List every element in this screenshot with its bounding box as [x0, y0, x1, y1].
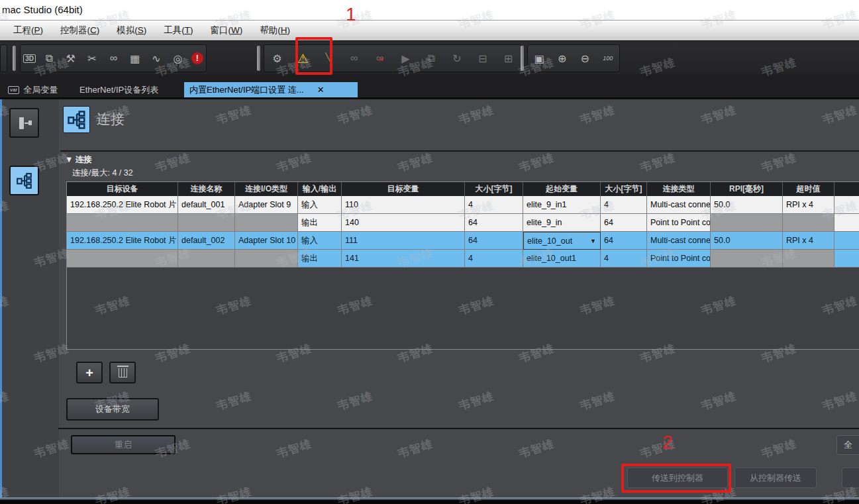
cell-io-type[interactable]: Adapter Slot 10 [235, 232, 298, 250]
delete-connection-button[interactable] [109, 362, 136, 383]
error-list-icon[interactable]: ! [191, 52, 203, 64]
cell-rpi[interactable]: 50.0 [711, 232, 783, 250]
zoom-in-icon[interactable]: ⊕ [554, 52, 570, 65]
toolbar-drag-handle[interactable] [13, 46, 16, 71]
restart-button[interactable]: 重启 [71, 435, 176, 454]
cell-rpi[interactable]: 50.0 [711, 196, 783, 214]
col-connection-name: 连接名称 [178, 182, 235, 196]
section-header[interactable]: ▼ 连接 [65, 154, 92, 166]
cell-rpi[interactable] [711, 250, 783, 268]
cell-io-type[interactable] [235, 250, 298, 268]
tab-global-variables[interactable]: var 全局变量 [3, 82, 63, 97]
cell-origin-variable[interactable]: elite_9_in [523, 214, 601, 232]
tab-builtin-ethernet-ip-port-settings[interactable]: 内置EtherNet/IP端口设置 连... ✕ [184, 82, 358, 97]
search-icon[interactable]: ◎ [170, 52, 185, 65]
cell-target-device[interactable]: 192.168.250.2 Elite Robot 片 [67, 196, 178, 214]
zoom-out-icon[interactable]: ⊖ [577, 52, 593, 65]
col-target-device: 目标设备 [67, 182, 178, 196]
cell-extra[interactable] [834, 196, 859, 214]
cell-target-device[interactable] [67, 250, 178, 268]
menu-controller[interactable]: 控制器(C) [60, 25, 99, 36]
menu-window[interactable]: 窗口(W) [211, 25, 243, 36]
cell-size1[interactable]: 64 [465, 232, 523, 250]
cell-size2[interactable]: 4 [601, 250, 647, 268]
transfer-from-controller-button[interactable]: 从控制器传送 [734, 468, 817, 488]
var-icon: var [8, 86, 19, 94]
cell-size2[interactable]: 4 [601, 196, 647, 214]
toolbar-drag-handle[interactable] [521, 46, 524, 71]
build-icon[interactable]: ⚒ [63, 52, 79, 65]
cell-timeout[interactable] [783, 250, 834, 268]
watch-table-icon[interactable]: ▦ [127, 52, 143, 65]
sidebar-item-connections[interactable] [9, 166, 39, 195]
origin-variable-dropdown[interactable]: elite_10_out ▼ [523, 232, 601, 250]
transfer-download-icon[interactable]: ⊟ [475, 52, 491, 65]
cell-connection-type[interactable]: Multi-cast connection [647, 196, 711, 214]
toolbar-drag-handle[interactable] [257, 46, 260, 71]
cell-connection-name[interactable] [178, 250, 235, 268]
transfer-upload-icon[interactable]: ⊞ [501, 52, 517, 65]
chevron-down-icon[interactable]: ▼ [590, 232, 596, 250]
connection-counter: 连接/最大: 4 / 32 [72, 168, 133, 179]
cell-target-variable[interactable]: 110 [342, 196, 465, 214]
cell-connection-type[interactable]: Point to Point connection [647, 214, 711, 232]
all-button-partial[interactable]: 全 [836, 435, 859, 455]
menu-project[interactable]: 工程(P) [13, 25, 43, 36]
cell-timeout[interactable] [783, 214, 834, 232]
edit-cut-icon[interactable]: ✂ [84, 52, 100, 65]
cell-connection-name[interactable]: default_002 [178, 232, 235, 250]
cell-connection-name[interactable]: default_001 [178, 196, 235, 214]
sidebar-item-tcpip[interactable] [9, 108, 39, 138]
cell-connection-type[interactable]: Multi-cast connection [647, 232, 711, 250]
view-3d-icon[interactable]: 3D [23, 54, 36, 63]
waveform-watch-icon[interactable]: ∿ [148, 52, 164, 65]
zoom-fit-icon[interactable]: ▣ [531, 52, 547, 65]
monitor-glasses-icon[interactable]: ∞ [346, 52, 362, 64]
cell-timeout[interactable]: RPI x 4 [783, 196, 834, 214]
cell-size1[interactable]: 4 [465, 250, 523, 268]
cell-size1[interactable]: 4 [465, 196, 523, 214]
cell-target-variable[interactable]: 141 [342, 250, 465, 268]
cell-extra[interactable] [834, 232, 859, 250]
cell-io-type[interactable] [235, 214, 298, 232]
cell-io-type[interactable]: Adapter Slot 9 [235, 196, 298, 214]
divider [58, 428, 859, 429]
menu-simulation[interactable]: 模拟(S) [117, 25, 146, 36]
synchronize-icon[interactable]: ↻ [449, 52, 465, 65]
cell-extra[interactable] [834, 214, 859, 232]
cell-size2[interactable]: 64 [601, 214, 647, 232]
col-rpi: RPI[毫秒] [711, 182, 783, 196]
cell-origin-variable[interactable]: elite_10_out1 [523, 250, 601, 268]
watch-window-icon[interactable]: ∞ [105, 52, 121, 64]
stop-monitor-icon[interactable]: ∞✕ [372, 52, 388, 64]
cell-size2[interactable]: 64 [601, 232, 647, 250]
collapse-icon[interactable]: ▼ [65, 155, 73, 164]
cell-rpi[interactable] [711, 214, 783, 232]
close-icon[interactable]: ✕ [317, 82, 325, 97]
cell-size1[interactable]: 64 [465, 214, 523, 232]
cell-target-device[interactable] [67, 214, 178, 232]
cell-direction[interactable]: 输出 [298, 250, 342, 268]
cell-target-variable[interactable]: 140 [342, 214, 465, 232]
cell-target-variable[interactable]: 111 [342, 232, 465, 250]
menu-help[interactable]: 帮助(H) [260, 25, 290, 36]
button-partial[interactable] [842, 468, 859, 488]
zoom-100-icon[interactable]: 100 [600, 55, 616, 62]
cell-origin-variable[interactable]: elite_9_in1 [523, 196, 601, 214]
cell-extra[interactable] [834, 250, 859, 268]
window-layout-icon[interactable]: ⧉ [41, 52, 57, 64]
menu-tools[interactable]: 工具(T) [164, 25, 193, 36]
cell-target-device[interactable]: 192.168.250.2 Elite Robot 片 [67, 232, 178, 250]
tab-ethernet-ip-device-list[interactable]: EtherNet/IP设备列表 [74, 82, 164, 97]
cell-connection-name[interactable] [178, 214, 235, 232]
cell-direction[interactable]: 输入 [298, 196, 342, 214]
stop-icon[interactable]: ⧉ [423, 52, 439, 64]
variable-editor-icon[interactable]: ⚙ [269, 52, 285, 65]
cell-timeout[interactable]: RPI x 4 [783, 232, 834, 250]
cell-direction[interactable]: 输出 [298, 214, 342, 232]
cell-direction[interactable]: 输入 [298, 232, 342, 250]
cell-connection-type[interactable]: Point to Point connection [647, 250, 711, 268]
add-connection-button[interactable]: + [76, 362, 103, 383]
device-bandwidth-button[interactable]: 设备带宽 [66, 398, 159, 421]
run-icon[interactable]: ▶ [397, 52, 413, 65]
